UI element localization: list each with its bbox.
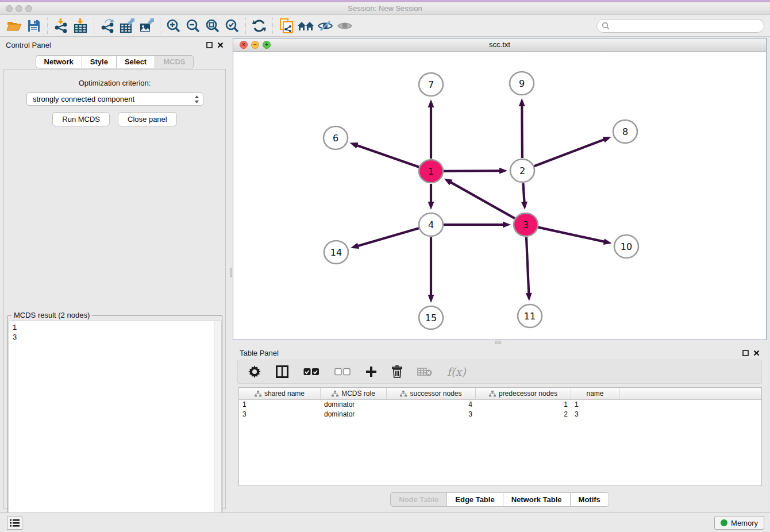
graph-edge-1-2[interactable] [444, 171, 501, 171]
splitter-grip[interactable] [230, 268, 232, 277]
add-column-icon[interactable] [365, 366, 377, 377]
tab-edge-table[interactable]: Edge Table [446, 492, 502, 507]
table-cell[interactable]: 3 [239, 410, 321, 419]
optimization-criterion-select[interactable]: strongly connected component [26, 92, 203, 106]
tab-motifs[interactable]: Motifs [570, 492, 609, 507]
export-table-button[interactable] [117, 17, 137, 35]
graph-arrowhead [526, 293, 532, 301]
table-row[interactable]: 3dominator323 [239, 410, 761, 419]
memory-button[interactable]: Memory [714, 516, 764, 530]
close-panel-button[interactable]: Close panel [118, 112, 177, 126]
refresh-icon [252, 18, 267, 33]
table-cell[interactable]: 1 [239, 400, 321, 410]
table-cell[interactable]: dominator [321, 400, 387, 410]
gear-icon[interactable] [248, 365, 261, 378]
save-session-button[interactable] [24, 17, 44, 35]
network-graph-canvas[interactable]: 7968124314101511 [233, 52, 766, 340]
table-cell[interactable]: 2 [476, 410, 571, 419]
memory-label: Memory [731, 519, 758, 527]
node-table-body: 1dominator4113dominator323 [239, 400, 761, 419]
select-all-checkboxes-icon[interactable] [303, 368, 319, 376]
graph-edge-1-6[interactable] [356, 145, 419, 167]
show-all-button[interactable] [335, 17, 355, 35]
import-table-button[interactable] [71, 17, 90, 35]
table-cell[interactable]: 3 [387, 410, 476, 419]
window-close-button[interactable] [6, 5, 13, 12]
horizontal-splitter[interactable] [233, 340, 767, 345]
delete-table-icon[interactable] [417, 367, 432, 377]
import-network-button[interactable] [51, 17, 71, 35]
mcds-tab-content: Optimization criterion: strongly connect… [3, 69, 226, 509]
table-cell[interactable]: 3 [571, 410, 619, 419]
function-builder-icon[interactable]: f(x) [447, 365, 466, 378]
zoom-fit-button[interactable] [203, 17, 222, 35]
split-columns-icon[interactable] [276, 365, 288, 378]
close-panel-icon[interactable] [753, 350, 760, 356]
close-panel-icon[interactable] [217, 42, 224, 48]
network-window-title: scc.txt [233, 38, 766, 51]
column-header-label: predecessor nodes [499, 390, 557, 398]
search-field[interactable] [596, 19, 764, 33]
graph-edge-2-8[interactable] [534, 139, 606, 166]
splitter-grip[interactable] [495, 341, 501, 344]
zoom-selected-button[interactable] [222, 17, 242, 35]
export-image-button[interactable] [137, 17, 156, 35]
tab-style[interactable]: Style [82, 55, 116, 68]
graph-edge-3-10[interactable] [538, 228, 605, 242]
status-bar: Memory [0, 512, 770, 532]
search-input[interactable] [612, 22, 764, 30]
graph-node-label: 7 [428, 79, 434, 90]
delete-column-icon[interactable] [392, 365, 402, 378]
graph-arrowhead [444, 179, 453, 186]
task-history-button[interactable] [7, 516, 22, 530]
table-cell[interactable]: 1 [571, 400, 619, 410]
node-table[interactable]: shared nameMCDS rolesuccessor nodesprede… [238, 387, 762, 486]
network-minimize-button[interactable]: − [251, 41, 259, 49]
selected-option-label: strongly connected component [33, 95, 194, 103]
tab-select[interactable]: Select [116, 55, 155, 68]
refresh-button[interactable] [249, 17, 269, 35]
tab-network[interactable]: Network [36, 55, 82, 68]
new-network-from-selection-button[interactable] [276, 17, 296, 35]
tab-network-table[interactable]: Network Table [503, 492, 570, 507]
graph-edge-3-1[interactable] [449, 182, 515, 218]
graph-edge-3-11[interactable] [526, 237, 529, 295]
deselect-all-checkboxes-icon[interactable] [334, 368, 351, 376]
graph-edge-4-14[interactable] [357, 228, 419, 246]
table-row[interactable]: 1dominator411 [239, 400, 761, 410]
run-mcds-button[interactable]: Run MCDS [52, 112, 110, 126]
network-view-window: × − + scc.txt 7968124314101511 [233, 38, 767, 340]
zoom-out-button[interactable] [183, 17, 203, 35]
float-panel-icon[interactable] [206, 42, 213, 48]
window-zoom-button[interactable] [25, 5, 32, 12]
first-neighbors-button[interactable] [296, 17, 315, 35]
table-cell[interactable]: dominator [321, 410, 387, 419]
graph-node-label: 1 [428, 166, 434, 177]
table-cell[interactable]: 4 [387, 400, 476, 410]
export-image-icon [139, 18, 154, 33]
tab-mcds[interactable]: MCDS [155, 55, 194, 68]
zoom-in-button[interactable] [164, 17, 183, 35]
hide-selected-button[interactable] [315, 17, 335, 35]
network-close-button[interactable]: × [240, 41, 248, 49]
window-minimize-button[interactable] [16, 5, 22, 12]
column-header-shared-name[interactable]: shared name [239, 388, 321, 399]
column-header-name[interactable]: name [571, 388, 619, 399]
graph-edge-2-3[interactable] [523, 183, 524, 203]
open-session-button[interactable] [5, 17, 24, 35]
column-header-MCDS-role[interactable]: MCDS role [321, 388, 387, 399]
control-panel: Control Panel Network Style Select MCDS … [0, 37, 229, 512]
column-header-successor-nodes[interactable]: successor nodes [387, 388, 476, 399]
float-panel-icon[interactable] [742, 350, 749, 356]
mcds-result-list: 13 [9, 321, 214, 532]
column-header-predecessor-nodes[interactable]: predecessor nodes [476, 388, 571, 399]
network-maximize-button[interactable]: + [263, 41, 271, 49]
table-cell[interactable]: 1 [476, 400, 571, 410]
graph-edge-2-9[interactable] [522, 105, 522, 158]
toolbar-separator [47, 18, 48, 34]
tab-node-table[interactable]: Node Table [390, 492, 446, 507]
zoom-selected-icon [225, 18, 240, 33]
result-scrollbar[interactable] [214, 321, 221, 532]
export-network-button[interactable] [98, 17, 117, 35]
network-window-titlebar[interactable]: × − + scc.txt [233, 38, 766, 52]
